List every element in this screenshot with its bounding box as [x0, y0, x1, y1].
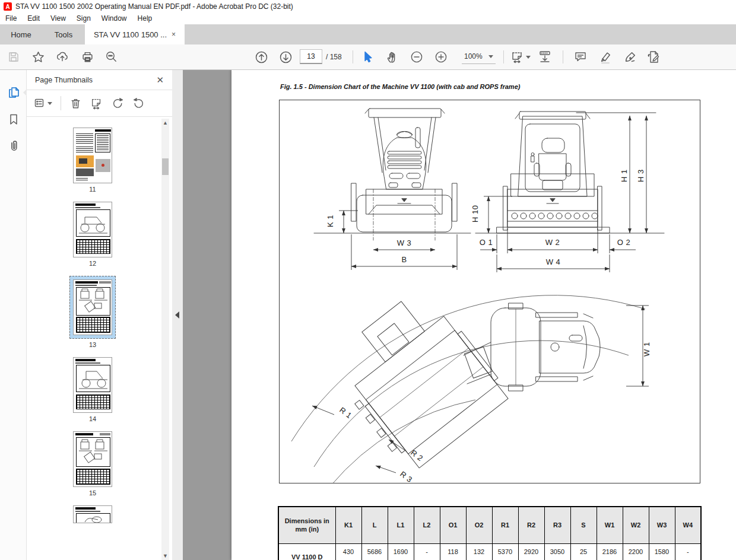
menu-window[interactable]: Window [96, 13, 132, 24]
tab-close-icon[interactable]: × [172, 30, 176, 39]
thumbnail-options-button[interactable] [34, 97, 52, 109]
print-button[interactable] [78, 48, 96, 66]
select-tool-button[interactable] [359, 48, 376, 66]
page-number-input[interactable] [300, 50, 322, 63]
table-cell: 132 [466, 543, 492, 560]
table-cell: 2186 [597, 543, 623, 560]
comment-bubble-icon [574, 50, 587, 63]
fill-sign-button[interactable] [621, 48, 639, 66]
next-page-button[interactable] [277, 48, 294, 66]
table-cell: - [414, 543, 440, 560]
chevron-down-icon [47, 102, 52, 105]
hand-icon [386, 51, 398, 63]
dim-label-w2: W 2 [545, 238, 560, 247]
fountain-pen-icon [624, 50, 637, 64]
trash-icon [69, 97, 82, 110]
fit-width-icon [510, 50, 525, 64]
dim-label-k1: K 1 [326, 215, 335, 227]
search-icon [105, 50, 118, 63]
thumbnail-page-12[interactable]: 12 [73, 202, 112, 268]
scroll-up-icon[interactable]: ▲ [161, 119, 169, 127]
table-cell: 5370 [492, 543, 518, 560]
rotate-clockwise-button[interactable] [132, 97, 145, 110]
save-button[interactable] [5, 48, 23, 66]
table-data-row: VV 1100 D 430 5686 1690 - 118 132 5370 2… [278, 543, 701, 560]
delete-pages-button[interactable] [69, 97, 82, 110]
panel-title: Page Thumbnails [35, 76, 93, 84]
cloud-upload-icon [56, 50, 69, 63]
rotate-counterclockwise-button[interactable] [112, 97, 124, 110]
plus-circle-icon [434, 50, 448, 63]
dim-label-o1: O 1 [480, 238, 493, 247]
favorites-button[interactable] [29, 48, 47, 66]
thumbnail-page-number: 13 [89, 341, 96, 349]
table-header-cell: O1 [440, 507, 466, 543]
thumbnail-page-number: 15 [89, 489, 96, 498]
thumbnail-page-16-partial[interactable] [73, 505, 112, 523]
panel-resize-strip[interactable] [172, 70, 183, 560]
comment-button[interactable] [572, 48, 589, 66]
table-cell: 3050 [544, 543, 570, 560]
pdf-page[interactable]: Fig. 1.5 - Dimension Chart of the Machin… [231, 70, 736, 560]
table-header-cell: L1 [388, 507, 414, 543]
table-cell: 118 [440, 543, 466, 560]
scrolling-mode-button[interactable] [536, 48, 554, 66]
table-header-cell: L [361, 507, 388, 543]
edit-pdf-button[interactable] [645, 48, 663, 66]
zoom-in-button[interactable] [432, 48, 450, 66]
bookmarks-rail-button[interactable] [7, 112, 21, 126]
table-header-cell: R2 [518, 507, 544, 543]
thumbnail-page-15[interactable]: 15 [73, 431, 112, 498]
tab-document[interactable]: STA VV 1100 1500 ... × [85, 24, 185, 44]
thumbnail-page-13-selected[interactable]: 13 [69, 276, 116, 349]
thumbnail-page-11[interactable]: 11 [73, 128, 112, 194]
page-fit-button[interactable] [508, 48, 533, 66]
menu-edit[interactable]: Edit [22, 13, 45, 24]
paperclip-icon [8, 139, 20, 152]
thumbnail-page-14[interactable]: 14 [73, 357, 112, 424]
dimension-drawing: K 1 W 3 B [280, 100, 700, 483]
menu-sign[interactable]: Sign [71, 13, 96, 24]
attachments-rail-button[interactable] [7, 138, 21, 152]
figure-caption: Fig. 1.5 - Dimension Chart of the Machin… [280, 83, 520, 90]
menu-view[interactable]: View [45, 13, 71, 24]
page-total-label: / 158 [326, 53, 342, 61]
navigation-rail [0, 70, 27, 560]
menu-help[interactable]: Help [132, 13, 158, 24]
scrollbar-thumb[interactable] [162, 158, 169, 175]
page-up-icon [255, 50, 268, 64]
collapse-panel-icon[interactable] [175, 311, 179, 319]
tab-home[interactable]: Home [0, 24, 42, 44]
share-button[interactable] [53, 48, 71, 66]
dimensions-table: Dimensions in mm (in) K1 L L1 L2 O1 O2 R… [278, 506, 702, 560]
menu-file[interactable]: File [0, 13, 22, 24]
panel-separator [61, 96, 61, 110]
main-area: Page Thumbnails ✕ [0, 70, 736, 560]
panel-scrollbar[interactable]: ▲ ▼ [161, 119, 169, 560]
highlight-button[interactable] [597, 48, 615, 66]
zoom-level-dropdown[interactable]: 100% [462, 49, 496, 64]
tab-bar: Home Tools STA VV 1100 1500 ... × [0, 24, 736, 44]
rotate-cw-icon [132, 97, 145, 110]
tab-tools[interactable]: Tools [42, 24, 85, 44]
cursor-arrow-icon [361, 51, 373, 63]
pages-icon [7, 86, 20, 99]
search-button[interactable] [103, 48, 120, 66]
table-header-cell: W2 [623, 507, 649, 543]
hand-tool-button[interactable] [383, 48, 401, 66]
dim-label-r1: R 1 [338, 405, 353, 420]
table-header-cell: K1 [335, 507, 361, 543]
zoom-out-button[interactable] [408, 48, 426, 66]
thumbnail-preview [73, 202, 112, 257]
table-header-row: Dimensions in mm (in) K1 L L1 L2 O1 O2 R… [278, 507, 701, 543]
crop-pages-button[interactable] [90, 97, 103, 110]
previous-page-button[interactable] [252, 48, 270, 66]
star-icon [32, 51, 45, 63]
page-thumbnails-rail-button[interactable] [7, 85, 21, 100]
table-header-cell: S [570, 507, 597, 543]
scroll-down-icon[interactable]: ▼ [161, 552, 169, 560]
thumbnail-preview [73, 128, 112, 183]
thumbnail-preview [73, 431, 112, 487]
panel-close-icon[interactable]: ✕ [156, 75, 164, 85]
chevron-down-icon [526, 56, 531, 59]
